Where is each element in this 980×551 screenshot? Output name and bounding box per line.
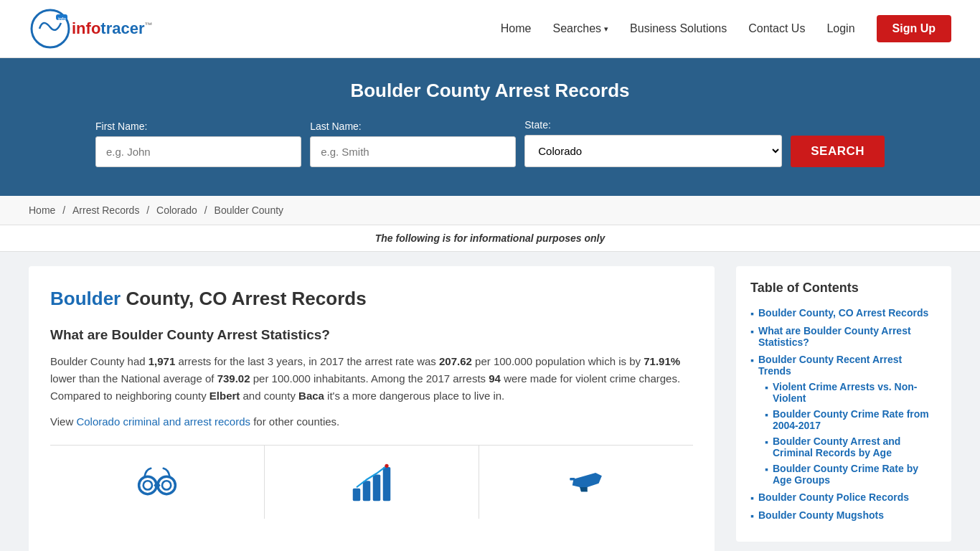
first-name-input[interactable] bbox=[95, 136, 301, 167]
toc-item-toc-mugshots[interactable]: Boulder County Mugshots bbox=[750, 509, 937, 522]
svg-point-7 bbox=[162, 481, 171, 489]
content-paragraph: Boulder County had 1,971 arrests for the… bbox=[50, 353, 693, 405]
logo-icon: info bbox=[29, 7, 72, 50]
svg-text:info: info bbox=[58, 17, 66, 21]
info-banner: The following is for informational purpo… bbox=[0, 225, 980, 252]
svg-rect-5 bbox=[154, 484, 161, 487]
toc-item-toc-arrest-records[interactable]: Boulder County, CO Arrest Records bbox=[750, 307, 937, 319]
toc-list: Boulder County, CO Arrest RecordsWhat ar… bbox=[750, 307, 937, 522]
content-subheading: What are Boulder County Arrest Statistic… bbox=[50, 327, 693, 343]
svg-rect-13 bbox=[570, 478, 575, 481]
search-form: First Name: Last Name: State: AlabamaAla… bbox=[95, 119, 885, 167]
content-heading: Boulder County, CO Arrest Records bbox=[50, 288, 693, 310]
nav-login[interactable]: Login bbox=[826, 22, 854, 35]
svg-point-3 bbox=[139, 476, 157, 494]
searches-chevron-icon: ▾ bbox=[604, 24, 608, 34]
hero-section: Boulder County Arrest Records First Name… bbox=[0, 58, 980, 196]
svg-point-4 bbox=[158, 476, 176, 494]
last-name-input[interactable] bbox=[310, 136, 516, 167]
icons-row bbox=[50, 445, 693, 519]
toc-item-toc-statistics[interactable]: What are Boulder County Arrest Statistic… bbox=[750, 325, 937, 348]
svg-rect-10 bbox=[373, 475, 381, 501]
state-select[interactable]: AlabamaAlaskaArizonaArkansasCaliforniaCo… bbox=[524, 135, 782, 167]
breadcrumb-home[interactable]: Home bbox=[29, 204, 55, 216]
view-records-line: View Colorado criminal and arrest record… bbox=[50, 413, 693, 430]
svg-rect-9 bbox=[363, 481, 371, 501]
nav-home[interactable]: Home bbox=[501, 22, 532, 35]
svg-point-6 bbox=[143, 481, 152, 489]
logo-tracer: tracer bbox=[100, 19, 144, 37]
icon-cell-chart bbox=[265, 446, 479, 519]
handcuffs-icon bbox=[132, 457, 182, 507]
toc-subitem-toc-by-age[interactable]: Boulder County Arrest and Criminal Recor… bbox=[765, 435, 937, 458]
breadcrumb-boulder-county[interactable]: Boulder County bbox=[215, 204, 284, 216]
toc-subitem-toc-crime-rate[interactable]: Boulder County Crime Rate from 2004-2017 bbox=[765, 408, 937, 431]
breadcrumb: Home / Arrest Records / Colorado / Bould… bbox=[0, 196, 980, 225]
colorado-records-link[interactable]: Colorado criminal and arrest records bbox=[76, 415, 250, 428]
nav-signup-button[interactable]: Sign Up bbox=[877, 15, 951, 42]
first-name-label: First Name: bbox=[95, 121, 301, 132]
svg-rect-11 bbox=[383, 467, 391, 501]
toc-item-toc-police[interactable]: Boulder County Police Records bbox=[750, 491, 937, 504]
state-group: State: AlabamaAlaskaArizonaArkansasCalif… bbox=[524, 119, 782, 167]
icon-cell-handcuffs bbox=[50, 446, 265, 519]
search-button[interactable]: SEARCH bbox=[791, 136, 885, 167]
logo[interactable]: info infotracer™ bbox=[29, 7, 152, 50]
nav-links: Home Searches ▾ Business Solutions Conta… bbox=[501, 15, 951, 42]
gun-icon bbox=[561, 457, 611, 507]
svg-rect-8 bbox=[353, 489, 361, 501]
breadcrumb-colorado[interactable]: Colorado bbox=[156, 204, 197, 216]
logo-tm: ™ bbox=[144, 21, 152, 29]
svg-point-12 bbox=[385, 464, 388, 468]
main-container: Boulder County, CO Arrest Records What a… bbox=[0, 252, 980, 551]
toc-title: Table of Contents bbox=[750, 281, 937, 296]
icon-cell-gun bbox=[479, 446, 693, 519]
toc-subitem-toc-age-groups[interactable]: Boulder County Crime Rate by Age Groups bbox=[765, 463, 937, 486]
sidebar: Table of Contents Boulder County, CO Arr… bbox=[736, 266, 951, 542]
hero-title: Boulder County Arrest Records bbox=[29, 80, 951, 102]
nav-contact[interactable]: Contact Us bbox=[748, 22, 805, 35]
nav-searches[interactable]: Searches ▾ bbox=[552, 22, 608, 35]
logo-info: info bbox=[72, 19, 100, 37]
toc-subitem-toc-violent[interactable]: Violent Crime Arrests vs. Non-Violent bbox=[765, 381, 937, 404]
first-name-group: First Name: bbox=[95, 121, 301, 167]
last-name-group: Last Name: bbox=[310, 121, 516, 167]
last-name-label: Last Name: bbox=[310, 121, 516, 132]
content-area: Boulder County, CO Arrest Records What a… bbox=[29, 266, 715, 551]
nav-business[interactable]: Business Solutions bbox=[630, 22, 727, 35]
navbar: info infotracer™ Home Searches ▾ Busines… bbox=[0, 0, 980, 58]
state-label: State: bbox=[524, 119, 782, 131]
breadcrumb-arrest-records[interactable]: Arrest Records bbox=[72, 204, 139, 216]
toc-item-toc-recent-trends[interactable]: Boulder County Recent Arrest Trends bbox=[750, 354, 937, 377]
chart-icon bbox=[347, 457, 397, 507]
